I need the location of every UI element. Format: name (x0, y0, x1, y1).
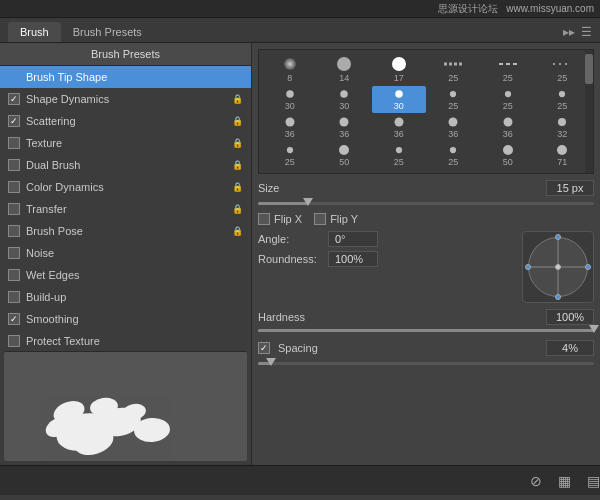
paint-icon[interactable]: ⊘ (530, 473, 542, 489)
brush-cell-2-5[interactable]: 32 (536, 114, 590, 141)
roundness-row: Roundness: 100% (258, 251, 514, 267)
checkbox-scattering[interactable] (8, 115, 20, 127)
tab-brush-presets[interactable]: Brush Presets (61, 22, 154, 42)
brush-cell-2-3[interactable]: 36 (427, 114, 481, 141)
brush-cell-0-2[interactable]: 17 (372, 54, 426, 85)
label-scattering: Scattering (26, 115, 232, 127)
angle-value[interactable]: 0° (328, 231, 378, 247)
flip-x-box[interactable] (258, 213, 270, 225)
checkbox-transfer[interactable] (8, 203, 20, 215)
brush-cell-0-1[interactable]: 14 (318, 54, 372, 85)
grid-scrollbar[interactable] (585, 50, 593, 173)
dial-handle-right[interactable] (585, 264, 591, 270)
dial-handle-bottom[interactable] (555, 294, 561, 300)
checkbox-smoothing[interactable] (8, 313, 20, 325)
menu-item-protect-texture[interactable]: Protect Texture (0, 330, 251, 347)
dial-handle-top[interactable] (555, 234, 561, 240)
menu-item-dual-brush[interactable]: Dual Brush🔒 (0, 154, 251, 176)
size-slider-thumb[interactable] (303, 198, 313, 206)
brush-cell-1-5[interactable]: 25 (536, 86, 590, 113)
menu-item-brush-pose[interactable]: Brush Pose🔒 (0, 220, 251, 242)
menu-item-texture[interactable]: Texture🔒 (0, 132, 251, 154)
angle-label: Angle: (258, 233, 328, 245)
size-slider[interactable] (258, 202, 594, 205)
menu-list: Brush Tip ShapeShape Dynamics🔒Scattering… (0, 66, 251, 347)
spacing-slider-thumb[interactable] (266, 358, 276, 366)
brush-icon-4-0 (279, 172, 301, 174)
roundness-label: Roundness: (258, 253, 328, 265)
menu-item-noise[interactable]: Noise (0, 242, 251, 264)
checkbox-noise[interactable] (8, 247, 20, 259)
brush-cell-4-1[interactable]: 25 (318, 170, 372, 174)
grid-icon[interactable]: ▦ (558, 473, 571, 489)
menu-item-build-up[interactable]: Build-up (0, 286, 251, 308)
flip-y-checkbox[interactable]: Flip Y (314, 213, 358, 225)
hardness-slider[interactable] (258, 329, 594, 332)
menu-item-shape-dynamics[interactable]: Shape Dynamics🔒 (0, 88, 251, 110)
brush-cell-0-0[interactable]: 8 (263, 54, 317, 85)
spacing-value[interactable]: 4% (546, 340, 594, 356)
checkbox-brush-pose[interactable] (8, 225, 20, 237)
brush-cell-2-0[interactable]: 36 (263, 114, 317, 141)
lock-dual-brush: 🔒 (232, 160, 243, 170)
checkbox-build-up[interactable] (8, 291, 20, 303)
list-icon[interactable]: ▤ (587, 473, 600, 489)
brush-cell-2-1[interactable]: 36 (318, 114, 372, 141)
brush-cell-0-4[interactable]: 25 (481, 54, 535, 85)
flip-x-checkbox[interactable]: Flip X (258, 213, 302, 225)
brush-cell-3-3[interactable]: 25 (427, 142, 481, 169)
checkbox-shape-dynamics[interactable] (8, 93, 20, 105)
size-value[interactable]: 15 px (546, 180, 594, 196)
brush-cell-2-4[interactable]: 36 (481, 114, 535, 141)
brush-cell-4-2[interactable]: 25 (372, 170, 426, 174)
brush-cell-1-3[interactable]: 25 (427, 86, 481, 113)
menu-item-smoothing[interactable]: Smoothing (0, 308, 251, 330)
checkbox-dual-brush[interactable] (8, 159, 20, 171)
menu-item-transfer[interactable]: Transfer🔒 (0, 198, 251, 220)
brush-cell-4-5[interactable]: 25 (536, 170, 590, 174)
brush-cell-3-0[interactable]: 25 (263, 142, 317, 169)
menu-item-wet-edges[interactable]: Wet Edges (0, 264, 251, 286)
brush-cell-1-0[interactable]: 30 (263, 86, 317, 113)
brush-cell-3-1[interactable]: 50 (318, 142, 372, 169)
dial-handle-left[interactable] (525, 264, 531, 270)
tab-brush[interactable]: Brush (8, 22, 61, 42)
menu-icon[interactable]: ☰ (581, 25, 592, 39)
menu-item-brush-tip-shape[interactable]: Brush Tip Shape (0, 66, 251, 88)
brush-cell-1-1[interactable]: 30 (318, 86, 372, 113)
brush-cell-4-3[interactable]: 25 (427, 170, 481, 174)
site-url: www.missyuan.com (506, 3, 594, 14)
brush-preview (4, 351, 247, 461)
hardness-slider-thumb[interactable] (589, 325, 599, 333)
brush-icon-1-5 (551, 88, 573, 100)
brush-cell-3-5[interactable]: 71 (536, 142, 590, 169)
angle-panel: Angle: 0° Roundness: 100% (258, 231, 594, 303)
checkbox-wet-edges[interactable] (8, 269, 20, 281)
menu-item-scattering[interactable]: Scattering🔒 (0, 110, 251, 132)
forward-icon[interactable]: ▸▸ (563, 25, 575, 39)
brush-grid: 8141725252530303025252536363636363225502… (258, 49, 594, 174)
svg-point-24 (503, 118, 512, 127)
brush-cell-3-2[interactable]: 25 (372, 142, 426, 169)
brush-cell-1-2[interactable]: 30 (372, 86, 426, 113)
brush-cell-4-0[interactable]: 25 (263, 170, 317, 174)
hardness-value[interactable]: 100% (546, 309, 594, 325)
svg-point-16 (395, 90, 403, 98)
brush-cell-1-4[interactable]: 25 (481, 86, 535, 113)
brush-cell-4-4[interactable]: 25 (481, 170, 535, 174)
spacing-checkbox[interactable] (258, 342, 270, 354)
checkbox-protect-texture[interactable] (8, 335, 20, 347)
brush-cell-3-4[interactable]: 50 (481, 142, 535, 169)
spacing-slider[interactable] (258, 362, 594, 365)
angle-dial[interactable] (522, 231, 594, 303)
checkbox-color-dynamics[interactable] (8, 181, 20, 193)
menu-item-color-dynamics[interactable]: Color Dynamics🔒 (0, 176, 251, 198)
brush-cell-2-2[interactable]: 36 (372, 114, 426, 141)
brush-cell-0-3[interactable]: 25 (427, 54, 481, 85)
roundness-value[interactable]: 100% (328, 251, 378, 267)
brush-cell-0-5[interactable]: 25 (536, 54, 590, 85)
flip-y-box[interactable] (314, 213, 326, 225)
checkbox-texture[interactable] (8, 137, 20, 149)
grid-scrollbar-thumb[interactable] (585, 54, 593, 84)
brush-num-3-4: 50 (503, 157, 513, 167)
